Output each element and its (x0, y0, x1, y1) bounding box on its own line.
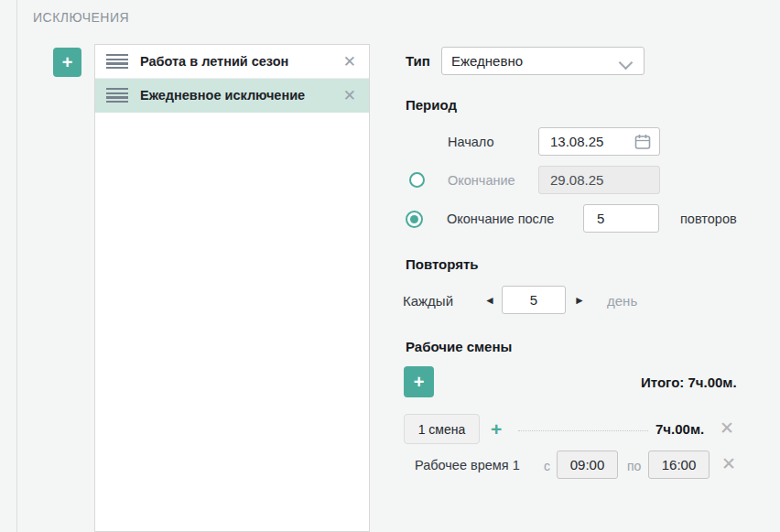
time-to-input[interactable] (648, 451, 710, 479)
end-label: Окончание (448, 173, 515, 188)
left-divider (16, 0, 17, 532)
exceptions-screen: ИСКЛЮЧЕНИЯ + Работа в летний сезон ✕ Еже… (0, 0, 780, 532)
plus-icon: + (62, 53, 73, 71)
chevron-down-icon (619, 56, 634, 71)
repeats-suffix: повторов (680, 212, 737, 226)
plus-icon: + (414, 373, 425, 391)
radio-end-date[interactable] (409, 172, 425, 188)
drag-handle-icon[interactable] (106, 88, 128, 103)
every-label: Каждый (403, 293, 453, 309)
drag-handle-icon[interactable] (106, 54, 128, 69)
dotted-leader (518, 430, 648, 431)
repeat-heading: Повторять (406, 256, 479, 272)
increment-arrow-icon[interactable]: ► (574, 295, 585, 306)
add-exception-button[interactable]: + (53, 48, 81, 77)
repeat-count-input[interactable] (583, 204, 659, 233)
total-label: Итого: 7ч.00м. (641, 375, 737, 390)
type-select[interactable]: Ежедневно (441, 47, 645, 75)
shift-name: 1 смена (418, 422, 466, 437)
time-from-input[interactable] (557, 451, 618, 479)
type-label: Тип (406, 53, 430, 69)
add-interval-icon[interactable]: + (491, 419, 502, 439)
end-date-input[interactable] (538, 166, 660, 194)
type-select-value: Ежедневно (451, 53, 523, 69)
shift-chip[interactable]: 1 смена (404, 414, 480, 444)
list-item[interactable]: Работа в летний сезон ✕ (95, 45, 369, 79)
shift-duration: 7ч.00м. (655, 421, 704, 437)
list-item-label: Ежедневное исключение (140, 88, 343, 103)
radio-dot (410, 215, 418, 223)
end-after-label: Окончание после (447, 212, 554, 226)
interval-unit: день (607, 293, 637, 309)
decrement-arrow-icon[interactable]: ◄ (484, 295, 495, 306)
close-icon[interactable]: ✕ (343, 54, 356, 70)
list-item-selected[interactable]: Ежедневное исключение ✕ (95, 79, 369, 113)
start-date-input[interactable] (538, 127, 660, 156)
interval-input[interactable] (502, 286, 566, 314)
list-item-label: Работа в летний сезон (140, 54, 343, 69)
delete-shift-icon[interactable]: ✕ (720, 419, 734, 437)
worktime-label: Рабочее время 1 (415, 458, 520, 472)
add-shift-button[interactable]: + (404, 366, 434, 397)
shifts-heading: Рабочие смены (406, 339, 512, 354)
exceptions-list: Работа в летний сезон ✕ Ежедневное исклю… (94, 44, 370, 532)
to-label: по (627, 459, 641, 473)
page-title: ИСКЛЮЧЕНИЯ (33, 10, 129, 25)
close-icon[interactable]: ✕ (343, 88, 356, 103)
from-label: с (544, 459, 550, 473)
radio-end-after[interactable] (406, 211, 423, 228)
period-heading: Период (406, 97, 457, 113)
delete-worktime-icon[interactable]: ✕ (721, 455, 736, 472)
start-label: Начало (448, 135, 494, 149)
